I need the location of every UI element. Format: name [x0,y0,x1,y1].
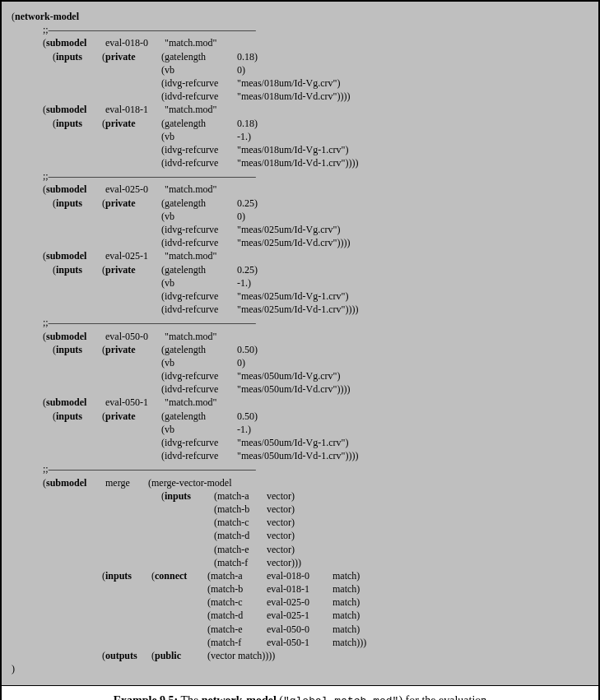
code-token: (idvg-refcurve [161,436,237,449]
code-token [151,596,207,609]
code-token: (vb [161,356,237,369]
code-token [12,223,43,236]
caption-label: Example 9.5: [114,694,179,700]
code-token: -1.) [237,130,588,143]
code-token [43,356,102,369]
code-token [12,330,43,343]
code-line: ;;————————————————————— [12,169,588,183]
code-line: (inputs(private(gatelength0.50) [12,410,588,423]
code-token: "match.mod" [165,183,216,196]
code-token [12,210,43,223]
code-token [12,462,43,475]
code-token: (vector match)))) [207,649,267,662]
code-token: vector))) [267,556,588,569]
code-token: eval-025-0 [105,183,165,196]
code-token: "meas/025um/Id-Vd.crv")))) [237,236,588,249]
code-token: "meas/050um/Id-Vd.crv")))) [237,382,588,396]
code-token [12,436,43,449]
code-token: vector) [267,503,588,516]
code-token: (idvg-refcurve [161,76,237,90]
code-token [12,423,43,436]
code-token: match) [333,623,588,636]
code-line: (idvd-refcurve"meas/050um/Id-Vd.crv")))) [12,382,588,396]
code-token: (idvd-refcurve [161,156,237,169]
code-token [102,369,161,382]
code-token [151,582,207,596]
code-token [43,303,102,316]
code-token: (idvd-refcurve [161,382,237,396]
code-line: (match-deval-025-1match) [12,609,588,622]
caption-mono: "global-match.mod" [283,695,398,700]
code-token [12,276,43,290]
code-line: (idvg-refcurve"meas/018um/Id-Vg-1.crv") [12,143,588,156]
code-token [102,223,161,236]
code-line: (idvd-refcurve"meas/018um/Id-Vd.crv")))) [12,90,588,103]
code-line: (submodeleval-018-0"match.mod" [12,36,588,49]
code-token [102,63,161,76]
code-token: connect [155,570,187,582]
code-line: (idvd-refcurve"meas/018um/Id-Vd-1.crv"))… [12,156,588,169]
code-line: ) [12,662,588,675]
code-token [43,130,102,143]
code-token: (gatelength [161,263,237,276]
code-token: (idvd-refcurve [161,236,237,249]
code-token [12,596,102,609]
code-token: submodel [46,103,105,116]
code-token: (merge-vector-model [148,476,232,489]
code-token: (vb [161,63,237,76]
code-token: (idvg-refcurve [161,223,237,236]
code-token: (connect [151,569,207,582]
code-token [12,476,43,489]
code-token: match) [333,569,588,582]
code-token: vector) [267,489,588,503]
code-token: inputs [56,344,82,355]
code-token: eval-025-0 [267,596,333,609]
code-token: (inputs [43,50,102,63]
code-token: inputs [56,264,82,276]
code-token: ;;————————————————————— [43,316,256,329]
code-line: (submodeleval-050-0"match.mod" [12,330,588,343]
code-token: (match-b [214,503,267,516]
code-token [102,76,161,90]
code-line: (idvg-refcurve"meas/025um/Id-Vg.crv") [12,223,588,236]
code-token [12,623,102,636]
code-token: (match-d [214,529,267,542]
code-token: (vb [161,210,237,223]
code-line: (idvg-refcurve"meas/025um/Id-Vg-1.crv") [12,290,588,303]
code-token [12,649,102,662]
code-token [102,423,161,436]
code-token [102,356,161,369]
code-token [12,303,43,316]
code-token: (public [151,649,207,662]
code-line: (submodeleval-050-1"match.mod" [12,396,588,409]
code-token: (gatelength [161,410,237,423]
code-token: eval-025-1 [267,609,333,622]
code-token: 0) [237,356,588,369]
caption-text-2: ( [277,694,283,700]
code-token: eval-018-1 [267,582,333,596]
code-token [12,396,43,409]
code-token: "match.mod" [165,330,216,343]
code-token: "meas/018um/Id-Vg-1.crv") [237,143,588,156]
code-token: 0.18) [237,50,588,63]
code-line: (vb-1.) [12,130,588,143]
code-token: merge [105,476,148,489]
code-token: 0.18) [237,117,588,130]
code-token: inputs [105,570,132,582]
code-token: (private [102,263,161,276]
code-token: "meas/050um/Id-Vg-1.crv") [237,436,588,449]
code-token [43,90,102,103]
code-token: "meas/018um/Id-Vg.crv") [237,76,588,90]
code-line: (inputs(private(gatelength0.18) [12,50,588,63]
code-token: inputs [56,51,82,63]
code-token: match) [333,609,588,622]
code-line: (idvd-refcurve"meas/025um/Id-Vd-1.crv"))… [12,303,588,316]
code-token: (match-f [207,636,267,649]
code-token [43,143,102,156]
code-token [12,249,43,262]
code-token [43,210,102,223]
code-token: "match.mod" [165,103,216,116]
code-token: (gatelength [161,197,237,210]
figure-caption: Example 9.5: The network-model ("global-… [2,686,598,700]
code-token [12,76,43,90]
